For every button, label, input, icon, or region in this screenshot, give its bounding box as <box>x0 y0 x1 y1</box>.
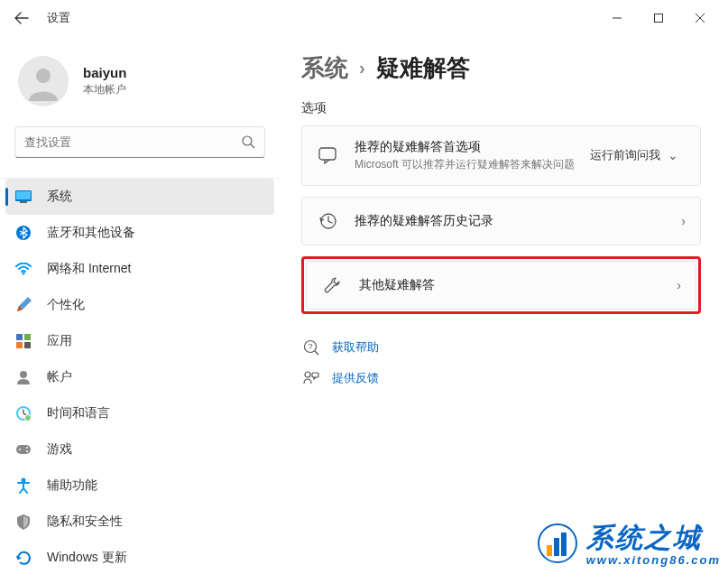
close-button[interactable] <box>679 4 721 32</box>
svg-rect-28 <box>547 545 552 556</box>
sidebar-item-label: 蓝牙和其他设备 <box>47 225 135 241</box>
svg-point-17 <box>19 449 21 450</box>
sidebar-item-accessibility[interactable]: 辅助功能 <box>0 468 280 504</box>
svg-rect-8 <box>16 334 23 340</box>
sidebar-item-bluetooth[interactable]: 蓝牙和其他设备 <box>0 215 280 251</box>
search-box[interactable] <box>14 126 265 158</box>
help-icon: ? <box>303 339 319 356</box>
card-subtitle: Microsoft 可以推荐并运行疑难解答来解决问题 <box>355 157 583 172</box>
svg-rect-4 <box>16 191 31 199</box>
watermark: 系统之城 www.xitong86.com <box>538 520 721 567</box>
svg-rect-16 <box>16 445 31 454</box>
sidebar-item-accounts[interactable]: 帐户 <box>0 359 280 395</box>
svg-point-18 <box>26 447 28 449</box>
avatar <box>18 56 69 106</box>
svg-point-20 <box>22 478 26 483</box>
chevron-right-icon: › <box>681 214 686 228</box>
card-title: 推荐的疑难解答历史记录 <box>355 213 681 229</box>
watermark-url: www.xitong86.com <box>586 553 721 567</box>
gaming-icon <box>14 440 32 458</box>
svg-point-15 <box>25 415 32 421</box>
bluetooth-icon <box>14 224 32 242</box>
close-icon <box>696 14 705 23</box>
footer-links: ? 获取帮助 提供反馈 <box>301 332 701 393</box>
time-icon <box>14 404 32 422</box>
svg-point-1 <box>36 69 51 83</box>
svg-rect-0 <box>655 14 663 23</box>
history-icon <box>317 210 338 232</box>
user-block[interactable]: baiyun 本地帐户 <box>0 43 280 123</box>
accessibility-icon <box>14 477 32 495</box>
sidebar-item-label: 应用 <box>47 333 72 349</box>
svg-text:?: ? <box>308 342 312 351</box>
card-title: 推荐的疑难解答首选项 <box>355 139 583 155</box>
sidebar-item-system[interactable]: 系统 <box>5 179 274 215</box>
sidebar-item-gaming[interactable]: 游戏 <box>0 431 280 468</box>
chevron-right-icon: › <box>359 58 365 79</box>
nav-list: 系统 蓝牙和其他设备 网络和 Internet 个性化 应用 帐户 <box>0 178 280 567</box>
back-button[interactable] <box>7 4 36 32</box>
help-link[interactable]: ? 获取帮助 <box>301 332 701 363</box>
highlight-box: 其他疑难解答 › <box>301 256 701 314</box>
sidebar-item-label: 个性化 <box>47 297 85 313</box>
sidebar-item-label: 时间和语言 <box>47 405 110 421</box>
wifi-icon <box>14 260 32 278</box>
svg-rect-10 <box>16 342 23 348</box>
svg-rect-26 <box>312 373 318 377</box>
search-input[interactable] <box>24 135 242 149</box>
card-title: 其他疑难解答 <box>359 277 677 293</box>
svg-rect-29 <box>554 538 559 556</box>
breadcrumb-current: 疑难解答 <box>376 52 470 84</box>
card-recommended[interactable]: 推荐的疑难解答首选项 Microsoft 可以推荐并运行疑难解答来解决问题 运行… <box>301 125 701 186</box>
watermark-title: 系统之城 <box>586 520 721 557</box>
sidebar-item-label: 系统 <box>47 189 72 205</box>
sidebar-item-label: 网络和 Internet <box>47 261 131 277</box>
user-sub: 本地帐户 <box>83 82 126 97</box>
card-other[interactable]: 其他疑难解答 › <box>306 261 696 310</box>
search-icon <box>242 135 255 149</box>
sidebar-item-label: 辅助功能 <box>47 477 97 494</box>
svg-point-12 <box>20 371 27 378</box>
sidebar-item-privacy[interactable]: 隐私和安全性 <box>0 504 280 540</box>
help-label: 获取帮助 <box>332 339 379 356</box>
wrench-icon <box>321 274 343 296</box>
minimize-icon <box>613 14 622 23</box>
titlebar: 设置 <box>0 0 728 36</box>
dropdown-label: 运行前询问我 <box>590 147 660 163</box>
update-icon <box>14 549 32 567</box>
privacy-icon <box>14 513 32 531</box>
sidebar: baiyun 本地帐户 系统 蓝牙和其他设备 网络和 Internet <box>0 36 280 574</box>
feedback-label: 提供反馈 <box>332 370 379 386</box>
feedback-icon <box>303 370 319 386</box>
feedback-link[interactable]: 提供反馈 <box>301 363 701 393</box>
user-name: baiyun <box>83 65 126 80</box>
app-title: 设置 <box>47 10 70 26</box>
svg-point-2 <box>243 136 252 145</box>
main-content: 系统 › 疑难解答 选项 推荐的疑难解答首选项 Microsoft 可以推荐并运… <box>280 36 728 574</box>
card-history[interactable]: 推荐的疑难解答历史记录 › <box>301 197 701 245</box>
svg-point-7 <box>23 273 25 275</box>
window-controls <box>596 4 721 32</box>
maximize-icon <box>654 14 663 23</box>
arrow-left-icon <box>14 11 29 25</box>
svg-rect-11 <box>24 342 31 348</box>
sidebar-item-apps[interactable]: 应用 <box>0 323 280 359</box>
minimize-button[interactable] <box>596 4 638 32</box>
apps-icon <box>14 332 32 350</box>
breadcrumb-parent[interactable]: 系统 <box>301 52 348 84</box>
chat-icon <box>317 144 338 166</box>
chevron-right-icon: › <box>677 278 681 292</box>
sidebar-item-network[interactable]: 网络和 Internet <box>0 251 280 287</box>
maximize-button[interactable] <box>638 4 679 32</box>
sidebar-item-time[interactable]: 时间和语言 <box>0 395 280 431</box>
user-icon <box>23 61 63 101</box>
svg-point-19 <box>26 450 28 452</box>
sidebar-item-label: 游戏 <box>47 441 72 458</box>
sidebar-item-label: Windows 更新 <box>47 550 127 566</box>
sidebar-item-update[interactable]: Windows 更新 <box>0 540 280 567</box>
dropdown-action[interactable]: 运行前询问我 ⌄ <box>583 144 686 167</box>
system-icon <box>14 188 32 206</box>
svg-rect-30 <box>561 532 567 556</box>
sidebar-item-personalize[interactable]: 个性化 <box>0 287 280 323</box>
breadcrumb: 系统 › 疑难解答 <box>301 52 701 84</box>
